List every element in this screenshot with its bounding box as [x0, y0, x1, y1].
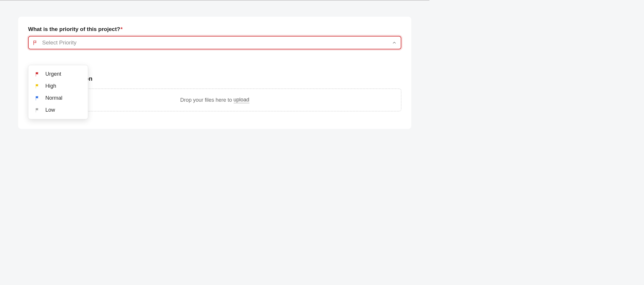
priority-select[interactable]: Select Priority	[28, 36, 401, 49]
priority-dropdown: Urgent High Normal Low	[28, 65, 88, 119]
required-mark: *	[121, 26, 123, 32]
flag-icon	[35, 108, 40, 113]
option-label: Normal	[45, 95, 62, 101]
option-label: Low	[45, 107, 55, 113]
drop-text: Drop your files here to	[180, 97, 232, 103]
priority-option-high[interactable]: High	[28, 80, 88, 92]
option-label: High	[45, 83, 56, 89]
priority-option-urgent[interactable]: Urgent	[28, 68, 88, 80]
flag-icon	[35, 72, 40, 77]
priority-label-text: What is the priority of this project?	[28, 26, 120, 32]
priority-label: What is the priority of this project? *	[28, 26, 401, 32]
option-label: Urgent	[45, 71, 61, 77]
upload-link[interactable]: upload	[234, 97, 249, 103]
form-card: What is the priority of this project? * …	[18, 17, 411, 129]
priority-placeholder: Select Priority	[42, 39, 392, 46]
priority-option-normal[interactable]: Normal	[28, 92, 88, 104]
flag-icon	[35, 96, 40, 101]
flag-icon	[33, 40, 38, 45]
flag-icon	[35, 84, 40, 89]
priority-option-low[interactable]: Low	[28, 104, 88, 116]
chevron-up-icon	[392, 40, 397, 45]
